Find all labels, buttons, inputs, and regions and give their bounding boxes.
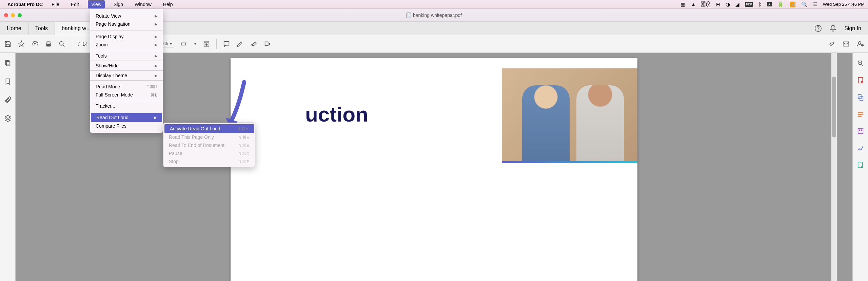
battery-icon[interactable]: 🔋: [777, 1, 784, 7]
window-close-button[interactable]: [4, 13, 8, 17]
menu-show-hide[interactable]: Show/Hide▶: [90, 62, 163, 70]
menu-view[interactable]: View: [88, 0, 105, 8]
submenu-chevron-icon: ▶: [155, 43, 157, 47]
submenu-chevron-icon: ▶: [155, 54, 157, 58]
fit-width-icon[interactable]: [180, 40, 188, 48]
svg-point-1: [818, 30, 818, 30]
help-icon[interactable]: [814, 25, 822, 32]
attachment-icon[interactable]: [4, 96, 12, 104]
submenu-chevron-icon: ▶: [155, 35, 157, 39]
page-total: 14: [82, 41, 88, 47]
window-minimize-button[interactable]: [11, 13, 15, 17]
page-heading-text: uction: [305, 102, 368, 126]
cloud-upload-icon[interactable]: [31, 40, 39, 48]
menu-separator: [90, 30, 163, 30]
submenu-read-page: Read This Page Only⇧⌘V: [163, 133, 255, 141]
stamp-icon[interactable]: [263, 40, 271, 48]
menu-edit[interactable]: Edit: [68, 1, 82, 8]
bluetooth-icon[interactable]: ᛒ: [758, 1, 762, 7]
email-icon[interactable]: [842, 40, 850, 48]
macos-menubar: Acrobat Pro DC File Edit View Sign Windo…: [0, 0, 868, 9]
scrollbar-thumb[interactable]: [832, 77, 836, 137]
menu-read-mode[interactable]: Read Mode⌃⌘H: [90, 83, 163, 91]
menu-read-out-loud[interactable]: Read Out Loud▶: [91, 113, 162, 122]
svg-point-6: [60, 41, 63, 45]
menu-file[interactable]: File: [49, 1, 62, 8]
organize-icon[interactable]: [857, 127, 864, 135]
create-pdf-icon[interactable]: [857, 77, 864, 84]
signature-icon[interactable]: [250, 40, 257, 48]
menu-page-display[interactable]: Page Display▶: [90, 33, 163, 41]
input-icon[interactable]: A: [767, 2, 772, 6]
menu-rotate-view[interactable]: Rotate View▶: [90, 12, 163, 20]
comment-icon[interactable]: [223, 40, 230, 48]
network-speed: 0KB/s 0KB/s: [701, 1, 710, 8]
signin-link[interactable]: Sign In: [844, 25, 861, 31]
menu-separator: [90, 61, 163, 61]
edit-pdf-icon[interactable]: [857, 110, 864, 118]
wifi-icon[interactable]: 📶: [789, 1, 796, 7]
tab-tools[interactable]: Tools: [28, 22, 55, 35]
bookmark-icon[interactable]: [4, 78, 12, 85]
net-up: 0KB/s: [701, 1, 710, 4]
svg-rect-10: [265, 42, 268, 45]
print-icon[interactable]: [45, 40, 52, 48]
window-title: 📄 banking whitepapar.pdf: [406, 13, 462, 18]
submenu-pause: Pause⇧⌘C: [163, 149, 255, 157]
menubar-datetime[interactable]: Wed Sep 25 4:46 PM: [823, 2, 865, 7]
control-center-icon[interactable]: ☰: [813, 1, 817, 7]
svg-rect-23: [857, 116, 861, 117]
spotlight-icon[interactable]: 🔍: [801, 1, 808, 7]
menu-zoom[interactable]: Zoom▶: [90, 41, 163, 49]
menu-compare-files[interactable]: Compare Files: [90, 122, 163, 130]
menu-separator: [90, 101, 163, 101]
notification-bell-icon[interactable]: [829, 25, 837, 32]
tray-icon-5[interactable]: ◢: [735, 1, 739, 7]
export-pdf-icon[interactable]: [857, 93, 864, 101]
menu-help[interactable]: Help: [160, 1, 176, 8]
svg-rect-25: [859, 129, 860, 131]
submenu-chevron-icon: ▶: [155, 73, 157, 78]
pdf-page: uction: [231, 58, 637, 281]
tray-icon-4[interactable]: ◑: [726, 1, 730, 7]
link-icon[interactable]: [828, 40, 835, 48]
vertical-scrollbar[interactable]: [831, 53, 837, 281]
menu-page-navigation[interactable]: Page Navigation▶: [90, 20, 163, 28]
menu-tools[interactable]: Tools▶: [90, 52, 163, 60]
menu-full-screen[interactable]: Full Screen Mode⌘L: [90, 91, 163, 99]
sign-tool-icon[interactable]: [857, 144, 864, 152]
dropdown-chevron-icon[interactable]: ▼: [194, 42, 197, 46]
page-photo: [502, 68, 637, 163]
left-rail: [0, 53, 16, 281]
save-icon[interactable]: [4, 40, 12, 48]
menu-window[interactable]: Window: [132, 1, 154, 8]
svg-rect-20: [860, 96, 863, 100]
tray-icon-2[interactable]: ▲: [691, 1, 696, 7]
highlight-icon[interactable]: [236, 40, 244, 48]
thumbnails-icon[interactable]: [4, 60, 12, 67]
fit-page-icon[interactable]: [203, 40, 210, 48]
tab-home[interactable]: Home: [0, 22, 28, 35]
toolbar-separator: [72, 39, 72, 49]
submenu-activate[interactable]: Activate Read Out Loud⇧⌘Y: [164, 124, 254, 133]
menu-sign[interactable]: Sign: [111, 1, 126, 8]
share-people-icon[interactable]: [856, 40, 864, 48]
toolbar-separator: [216, 39, 217, 49]
star-icon[interactable]: [18, 40, 25, 48]
menu-separator: [90, 80, 163, 81]
tray-icon-1[interactable]: ▦: [680, 1, 685, 7]
search-side-icon[interactable]: [857, 60, 864, 67]
window-maximize-button[interactable]: [18, 13, 22, 17]
tray-icon-3[interactable]: ⊞: [716, 1, 720, 7]
search-icon[interactable]: [58, 40, 66, 48]
pdf-file-icon: 📄: [406, 13, 411, 18]
submenu-chevron-icon: ▶: [155, 14, 157, 18]
app-name[interactable]: Acrobat Pro DC: [7, 2, 43, 7]
page-separator: /: [78, 41, 80, 47]
menu-display-theme[interactable]: Display Theme▶: [90, 71, 163, 80]
more-tools-icon[interactable]: [857, 161, 864, 169]
pdf-tray-icon[interactable]: PDF: [745, 2, 753, 7]
annotation-group: [223, 40, 271, 48]
layers-icon[interactable]: [4, 114, 12, 122]
menu-tracker[interactable]: Tracker...: [90, 102, 163, 110]
